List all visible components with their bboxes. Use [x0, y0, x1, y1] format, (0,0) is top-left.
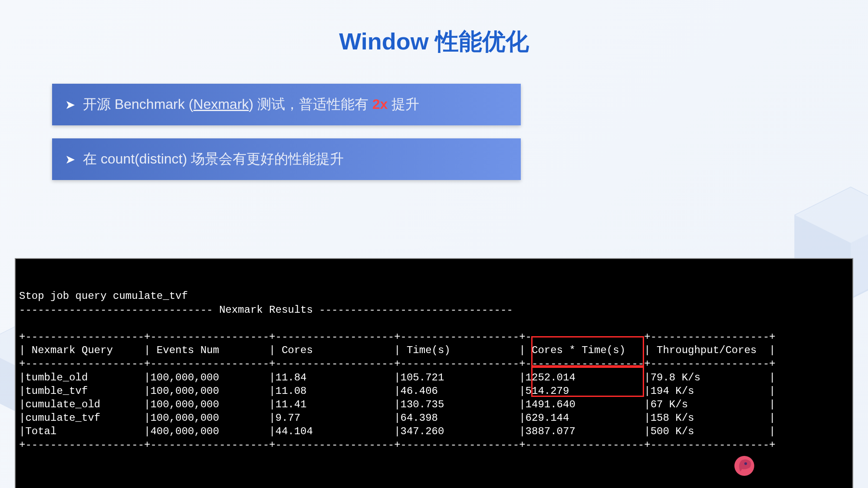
bullet-1: ➤ 开源 Benchmark (Nexmark) 测试，普适性能有 2x 提升	[52, 84, 521, 125]
svg-point-7	[744, 462, 747, 465]
bullet-arrow-icon: ➤	[65, 152, 75, 167]
footer-brand: Apache Flink	[761, 459, 842, 473]
bullet-2-text: 在 count(distinct) 场景会有更好的性能提升	[83, 150, 344, 169]
highlight-2x: 2x	[372, 96, 388, 112]
nexmark-link: Nexmark	[193, 96, 249, 112]
bullet-arrow-icon: ➤	[65, 98, 75, 112]
flink-squirrel-icon	[733, 455, 756, 477]
footer-logo: Apache Flink	[733, 455, 842, 477]
slide-title: Window 性能优化	[0, 0, 868, 58]
terminal-output: Stop job query cumulate_tvf ------------…	[15, 258, 853, 488]
bullet-2: ➤ 在 count(distinct) 场景会有更好的性能提升	[52, 138, 521, 180]
terminal-text: Stop job query cumulate_tvf ------------…	[19, 289, 849, 452]
bullet-1-text: 开源 Benchmark (Nexmark) 测试，普适性能有 2x 提升	[83, 95, 419, 114]
